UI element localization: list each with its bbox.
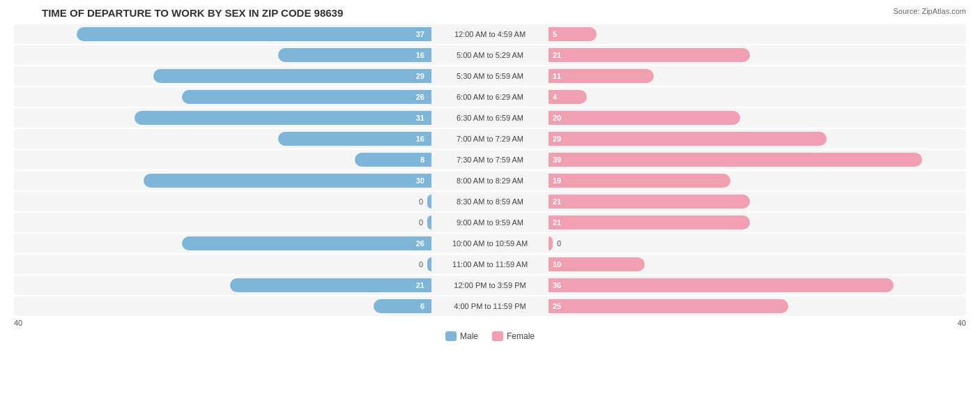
male-value: 8 — [420, 156, 424, 164]
male-value: 37 — [416, 30, 424, 38]
time-label: 6:30 AM to 6:59 AM — [434, 114, 546, 122]
legend-female-color — [492, 331, 503, 341]
axis-right: 40 — [958, 319, 966, 327]
bar-row: 308:00 AM to 8:29 AM19 — [14, 171, 966, 190]
bar-row: 266:00 AM to 6:29 AM4 — [14, 87, 966, 107]
bar-row: 2112:00 PM to 3:59 PM36 — [14, 276, 966, 295]
time-label: 8:30 AM to 8:59 AM — [434, 197, 546, 206]
male-value: 30 — [416, 176, 424, 185]
female-value: 0 — [557, 239, 561, 248]
legend-male-color — [445, 331, 457, 341]
source-text: Source: ZipAtlas.com — [893, 7, 966, 15]
legend: Male Female — [14, 331, 966, 341]
bar-row: 09:00 AM to 9:59 AM21 — [14, 213, 966, 232]
bar-row: 87:30 AM to 7:59 AM39 — [14, 150, 966, 169]
bar-row: 295:30 AM to 5:59 AM11 — [14, 66, 966, 86]
time-label: 5:00 AM to 5:29 AM — [434, 51, 546, 59]
male-value: 16 — [416, 135, 424, 143]
female-value: 21 — [553, 51, 561, 59]
female-value: 21 — [553, 218, 561, 227]
time-label: 8:00 AM to 8:29 AM — [434, 176, 546, 185]
time-label: 12:00 PM to 3:59 PM — [434, 281, 546, 289]
male-value: 6 — [420, 302, 424, 310]
chart-rows: 3712:00 AM to 4:59 AM5165:00 AM to 5:29 … — [14, 24, 966, 316]
axis-labels: 40 40 — [14, 319, 966, 327]
time-label: 5:30 AM to 5:59 AM — [434, 72, 546, 80]
male-value: 0 — [419, 218, 423, 227]
bar-row: 08:30 AM to 8:59 AM21 — [14, 192, 966, 211]
male-value: 0 — [419, 197, 423, 206]
male-value: 26 — [416, 239, 424, 248]
bar-row: 2610:00 AM to 10:59 AM0 — [14, 234, 966, 253]
male-value: 0 — [419, 260, 423, 269]
bar-row: 167:00 AM to 7:29 AM29 — [14, 129, 966, 149]
male-value: 29 — [416, 72, 424, 80]
female-value: 25 — [553, 302, 561, 310]
axis-left: 40 — [14, 319, 22, 327]
bar-row: 011:00 AM to 11:59 AM10 — [14, 255, 966, 274]
female-value: 4 — [553, 93, 557, 101]
time-label: 6:00 AM to 6:29 AM — [434, 93, 546, 101]
time-label: 7:00 AM to 7:29 AM — [434, 135, 546, 143]
female-value: 39 — [553, 156, 561, 164]
legend-male: Male — [445, 331, 478, 341]
female-value: 36 — [553, 281, 561, 289]
male-value: 21 — [416, 281, 424, 289]
female-value: 5 — [553, 30, 557, 38]
bar-row: 3712:00 AM to 4:59 AM5 — [14, 24, 966, 44]
chart-title: TIME OF DEPARTURE TO WORK BY SEX IN ZIP … — [14, 7, 966, 19]
bar-row: 165:00 AM to 5:29 AM21 — [14, 45, 966, 65]
male-value: 16 — [416, 51, 424, 59]
female-value: 19 — [553, 176, 561, 185]
female-value: 29 — [553, 135, 561, 143]
time-label: 12:00 AM to 4:59 AM — [434, 30, 546, 38]
legend-female: Female — [492, 331, 535, 341]
bar-row: 316:30 AM to 6:59 AM20 — [14, 108, 966, 128]
bar-row: 64:00 PM to 11:59 PM25 — [14, 296, 966, 316]
female-value: 11 — [553, 72, 561, 80]
female-value: 21 — [553, 197, 561, 206]
time-label: 4:00 PM to 11:59 PM — [434, 302, 546, 310]
time-label: 7:30 AM to 7:59 AM — [434, 156, 546, 164]
time-label: 10:00 AM to 10:59 AM — [434, 239, 546, 248]
legend-male-label: Male — [460, 331, 478, 341]
male-value: 26 — [416, 93, 424, 101]
legend-female-label: Female — [507, 331, 535, 341]
female-value: 20 — [553, 114, 561, 122]
time-label: 11:00 AM to 11:59 AM — [434, 260, 546, 269]
chart-container: TIME OF DEPARTURE TO WORK BY SEX IN ZIP … — [0, 0, 980, 415]
male-value: 31 — [416, 114, 424, 122]
female-value: 10 — [553, 260, 561, 269]
time-label: 9:00 AM to 9:59 AM — [434, 218, 546, 227]
